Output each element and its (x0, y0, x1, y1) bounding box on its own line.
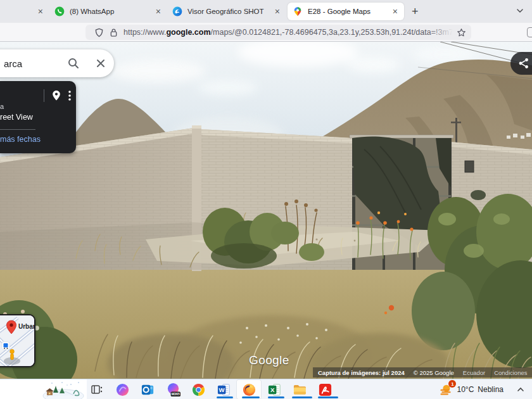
panel-streetview-label: reet View (0, 113, 33, 122)
share-icon (517, 57, 530, 70)
weather-notification-badge: 1 (448, 380, 456, 388)
street-view-viewport: arca a reet View más fechas (0, 42, 532, 379)
weather-condition: Neblina (478, 385, 504, 394)
file-explorer-icon (293, 383, 307, 397)
browser-tab-bar: × (8) WhatsApp × Visor Geográfico SHOT × (0, 0, 532, 23)
taskbar-outlook-button[interactable] (135, 379, 160, 399)
taskbar-task-view-button[interactable] (84, 379, 110, 399)
url-bar[interactable]: https://www.google.com/maps/@0.0124821,-… (86, 25, 471, 40)
outlook-icon (141, 383, 155, 397)
copilot-icon (115, 383, 130, 397)
region-link[interactable]: Ecuador (463, 369, 485, 376)
excel-icon: X (267, 383, 282, 397)
weather-temperature: 10°C (457, 385, 474, 394)
visor-favicon-icon (172, 6, 182, 16)
tab-close-icon[interactable]: × (391, 7, 399, 16)
share-button[interactable] (510, 52, 532, 75)
mini-map-pin-label: Urban (18, 323, 34, 330)
word-open-indicator (217, 396, 233, 398)
tab-list-chevron-icon[interactable] (516, 6, 524, 15)
url-text: https://www.google.com/maps/@0.0124821,-… (124, 28, 453, 37)
pegman[interactable] (10, 350, 15, 360)
tab-title: (8) WhatsApp (70, 8, 149, 15)
acrobat-icon (318, 383, 332, 397)
search-input[interactable]: arca (4, 58, 60, 69)
tab-close-icon[interactable]: × (37, 7, 44, 16)
svg-text:M365: M365 (171, 392, 179, 396)
copyright: © 2025 Google (414, 369, 454, 376)
kebab-menu-icon[interactable] (68, 90, 71, 101)
tab-whatsapp[interactable]: (8) WhatsApp × (49, 3, 167, 20)
tab-google-maps-active[interactable]: E28 - Google Maps × (288, 3, 404, 20)
lock-icon[interactable] (110, 28, 118, 37)
panel-address-fragment: a (0, 103, 4, 110)
word-icon: W (217, 383, 231, 397)
excel-open-indicator (268, 396, 284, 398)
task-view-icon (91, 384, 103, 395)
new-tab-button[interactable]: + (405, 4, 425, 18)
acrobat-open-indicator (318, 396, 338, 398)
tab-close-icon[interactable]: × (274, 7, 281, 16)
partial-toolbar-icon[interactable] (527, 27, 532, 37)
taskbar-weather-widget[interactable]: 1 10°C Neblina (439, 383, 504, 396)
whatsapp-icon (54, 6, 65, 16)
m365-copilot-icon: M365 (166, 383, 180, 397)
google-watermark: Google (249, 353, 289, 367)
maps-search-box[interactable]: arca (0, 49, 114, 77)
svg-text:X: X (270, 386, 274, 393)
tab-partial[interactable]: × (0, 3, 49, 20)
windows-taskbar: M365 W (0, 379, 532, 399)
taskbar-copilot-button[interactable] (110, 379, 135, 399)
taskbar-m365-copilot-button[interactable]: M365 (160, 379, 186, 399)
bookmark-star-icon[interactable] (457, 28, 466, 37)
mini-map[interactable]: Urban (0, 314, 35, 367)
mini-map-bus-icon (2, 342, 10, 350)
taskbar-chrome-button[interactable] (186, 379, 211, 399)
terms-link[interactable]: Condiciones (494, 369, 527, 376)
browser-navbar: https://www.google.com/maps/@0.0124821,-… (0, 23, 532, 42)
tray-overflow-chevron-icon[interactable] (517, 386, 524, 393)
tab-title: E28 - Google Maps (308, 8, 386, 15)
svg-text:W: W (218, 386, 225, 393)
tab-visor-geografico[interactable]: Visor Geográfico SHOT × (167, 3, 286, 20)
search-highlight-winter-image (41, 380, 85, 399)
location-pin-icon[interactable] (51, 89, 62, 102)
more-dates-link[interactable]: más fechas (0, 135, 41, 144)
taskbar-search-box[interactable] (0, 379, 87, 399)
tab-title: Visor Geográfico SHOT (187, 8, 269, 15)
imagery-date: Captura de imágenes: jul 2024 (318, 369, 405, 376)
clear-search-icon[interactable] (87, 58, 114, 69)
search-icon[interactable] (60, 57, 87, 70)
street-view-panorama[interactable] (0, 42, 532, 379)
explorer-open-indicator (292, 396, 312, 398)
panel-separator (0, 129, 35, 130)
chrome-icon (191, 383, 206, 397)
panel-divider (44, 89, 44, 102)
firefox-icon (242, 383, 256, 397)
google-maps-pin-icon (293, 6, 303, 16)
attribution-bar: Captura de imágenes: jul 2024 © 2025 Goo… (313, 367, 532, 377)
tracking-shield-icon[interactable] (94, 28, 104, 37)
orange-flower (389, 305, 394, 310)
tab-close-icon[interactable]: × (155, 7, 162, 16)
firefox-open-indicator (242, 396, 260, 398)
street-view-info-panel: a reet View más fechas (0, 81, 76, 153)
